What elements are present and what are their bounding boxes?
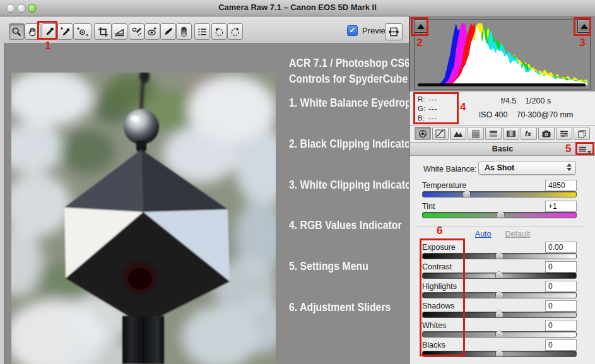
panel-tabs: fx	[409, 126, 595, 142]
rotate-left-button[interactable]	[211, 23, 227, 40]
fx-icon: fx	[523, 129, 534, 138]
rotate-cw-icon	[230, 26, 240, 37]
camera-raw-window: Camera Raw 7.1 – Canon EOS 5D Mark II	[0, 0, 595, 364]
stand-post	[122, 316, 164, 364]
slider-row-contrast: Contrast0	[422, 261, 577, 278]
zoom-tool-button[interactable]	[9, 23, 25, 40]
shutter-value: 1/200 s	[525, 94, 551, 108]
color-sampler-icon	[60, 26, 71, 37]
graduated-filter-icon	[179, 26, 189, 37]
tab-presets[interactable]	[556, 127, 572, 140]
rotate-right-button[interactable]	[227, 23, 243, 40]
slider-label: Shadows	[422, 302, 454, 310]
white-balance-tool-button[interactable]	[42, 23, 57, 40]
spot-removal-tool-button[interactable]	[129, 23, 144, 40]
overlay-item-5: 5. Settings Menu	[289, 260, 368, 273]
auto-link[interactable]: Auto	[475, 230, 492, 238]
crop-tool-button[interactable]	[94, 23, 112, 40]
tab-snapshots[interactable]	[574, 127, 590, 140]
default-link[interactable]: Default	[505, 230, 531, 238]
overlay-item-4: 4. RGB Values Indicator	[289, 219, 402, 232]
settings-menu-button[interactable]	[578, 145, 592, 156]
spydercube-photo[interactable]	[11, 73, 276, 364]
slider-thumb[interactable]	[462, 190, 471, 197]
hand-tool-button[interactable]	[25, 23, 40, 40]
targeted-adjustment-tool-button[interactable]	[73, 23, 91, 40]
slider-thumb[interactable]	[495, 291, 504, 298]
white-balance-label: White Balance:	[423, 165, 476, 173]
slider-value-field[interactable]: 0	[545, 261, 577, 273]
slider-track[interactable]	[422, 292, 577, 298]
overlay-item-2: 2. Black Clipping Indicator	[289, 138, 415, 151]
overlay-item-3: 3. White Clipping Indicator	[289, 179, 415, 192]
rgb-readout: R:--- G:--- B:---	[418, 95, 438, 123]
r-value: ---	[428, 95, 438, 103]
crop-icon	[98, 26, 109, 37]
highlight-clipping-button[interactable]	[577, 20, 591, 33]
graduated-filter-tool-button[interactable]	[176, 23, 192, 40]
slider-track[interactable]	[422, 212, 577, 218]
slider-value-field[interactable]: 0	[545, 320, 577, 331]
slider-thumb[interactable]	[495, 252, 504, 259]
preview-checkbox[interactable]: ✓	[347, 25, 358, 36]
color-sampler-tool-button[interactable]	[57, 23, 73, 40]
slider-thumb[interactable]	[495, 271, 504, 279]
r-label: R:	[418, 95, 428, 104]
toolbar: ✓ Preview	[0, 16, 409, 44]
slider-track[interactable]	[422, 273, 577, 279]
slider-value-field[interactable]: 4850	[545, 180, 577, 191]
slider-thumb[interactable]	[495, 310, 504, 318]
tab-basic[interactable]	[415, 127, 431, 140]
tab-detail[interactable]	[450, 127, 466, 140]
section-divider	[416, 226, 585, 227]
slider-thumb[interactable]	[497, 211, 505, 218]
tab-split-toning[interactable]	[485, 127, 502, 140]
slider-value-field[interactable]: 0.00	[545, 242, 577, 253]
slider-value-field[interactable]: 0	[545, 300, 577, 312]
preferences-tool-button[interactable]	[194, 23, 210, 40]
camera-icon	[541, 129, 552, 138]
slider-thumb[interactable]	[495, 330, 504, 338]
slider-label: Temperature	[422, 181, 466, 190]
settings-menu-icon	[578, 145, 592, 154]
overlay-item-1: 1. White Balance Eyedropper	[289, 97, 427, 110]
slider-row-exposure: Exposure0.00	[422, 242, 577, 258]
title-bar[interactable]: Camera Raw 7.1 – Canon EOS 5D Mark II	[0, 0, 595, 16]
straighten-tool-button[interactable]	[112, 23, 127, 40]
slider-label: Blacks	[422, 341, 445, 349]
shadow-clipping-button[interactable]	[414, 20, 428, 33]
list-icon	[197, 26, 208, 37]
white-balance-select[interactable]: As Shot	[478, 161, 576, 175]
overlay-heading: ACR 7.1 / Photoshop CS6 Controls for Spy…	[289, 56, 410, 87]
adjustment-brush-tool-button[interactable]	[160, 23, 176, 40]
iso-value: ISO 400	[479, 108, 508, 122]
lens-corrections-icon	[505, 129, 517, 138]
presets-icon	[558, 129, 570, 138]
red-eye-icon	[147, 26, 158, 37]
tab-tone-curve[interactable]	[432, 127, 449, 140]
slider-value-field[interactable]: 0	[545, 281, 577, 292]
window-title: Camera Raw 7.1 – Canon EOS 5D Mark II	[0, 3, 595, 12]
detail-icon	[452, 129, 464, 138]
slider-track[interactable]	[422, 191, 577, 197]
toggle-fullscreen-button[interactable]	[385, 23, 403, 40]
slider-track[interactable]	[422, 351, 577, 357]
slider-track[interactable]	[422, 253, 577, 259]
tab-lens-corrections[interactable]	[503, 127, 519, 140]
red-eye-tool-button[interactable]	[144, 23, 160, 40]
slider-value-field[interactable]: +1	[545, 201, 577, 212]
tab-hsl-grayscale[interactable]	[468, 127, 484, 140]
slider-track[interactable]	[422, 312, 577, 318]
tab-camera-calibration[interactable]	[538, 127, 555, 140]
slider-row-temperature: Temperature4850	[422, 180, 577, 196]
slider-value-field[interactable]: 0	[545, 339, 577, 351]
g-value: ---	[428, 105, 438, 112]
histogram	[414, 19, 591, 90]
shadow-clipping-triangle-icon	[417, 24, 425, 29]
image-workspace[interactable]: ACR 7.1 / Photoshop CS6 Controls for Spy…	[0, 43, 409, 364]
slider-thumb[interactable]	[495, 349, 504, 357]
snapshots-icon	[576, 129, 587, 138]
slider-track[interactable]	[422, 331, 577, 338]
tab-effects[interactable]: fx	[521, 127, 537, 140]
brush-icon	[163, 26, 174, 37]
